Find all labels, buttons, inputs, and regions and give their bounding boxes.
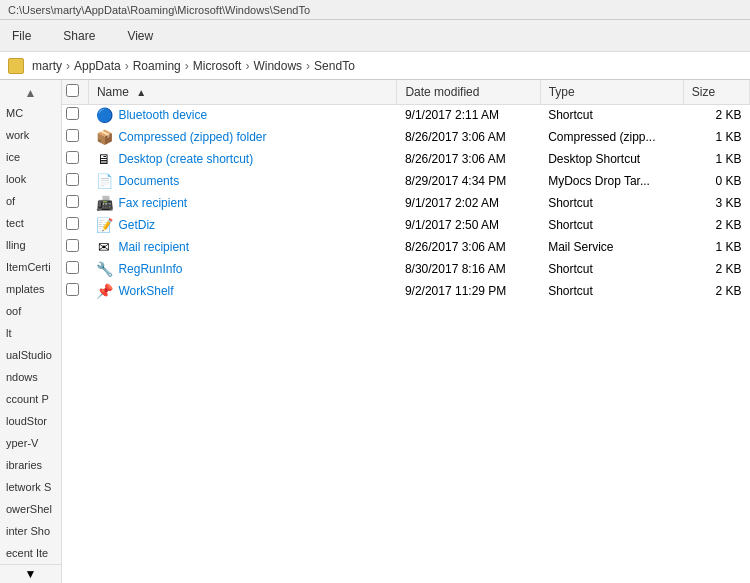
file-date: 9/1/2017 2:02 AM [397,192,540,214]
sidebar-item-work[interactable]: work [0,124,61,146]
file-date: 8/26/2017 3:06 AM [397,236,540,258]
row-checkbox-cell [62,258,88,280]
breadcrumb-sendto[interactable]: SendTo [314,59,355,73]
col-header-name[interactable]: Name ▲ [88,80,396,104]
table-row[interactable]: 📌 WorkShelf 9/2/2017 11:29 PMShortcut2 K… [62,280,750,302]
sidebar-item-look[interactable]: look [0,168,61,190]
col-header-date[interactable]: Date modified [397,80,540,104]
row-checkbox[interactable] [66,261,79,274]
file-link[interactable]: Desktop (create shortcut) [118,152,253,166]
table-row[interactable]: 📄 Documents 8/29/2017 4:34 PMMyDocs Drop… [62,170,750,192]
sidebar-scroll-up[interactable]: ▲ [0,84,61,102]
file-size: 1 KB [683,236,749,258]
file-link[interactable]: Fax recipient [118,196,187,210]
breadcrumb-microsoft[interactable]: Microsoft [193,59,242,73]
row-checkbox[interactable] [66,107,79,120]
col-header-type[interactable]: Type [540,80,683,104]
sort-arrow-name: ▲ [136,87,146,98]
file-name-cell: 📌 WorkShelf [88,280,396,302]
file-icon: 🖥 [96,151,112,167]
breadcrumb-marty[interactable]: marty [32,59,62,73]
toolbar: File Share View [0,20,750,52]
sidebar-item-owershel[interactable]: owerShel [0,498,61,520]
file-size: 2 KB [683,258,749,280]
file-size: 2 KB [683,104,749,126]
select-all-checkbox[interactable] [66,84,79,97]
file-name-cell: 📝 GetDiz [88,214,396,236]
row-checkbox[interactable] [66,239,79,252]
file-name-cell: 📦 Compressed (zipped) folder [88,126,396,148]
row-checkbox[interactable] [66,195,79,208]
file-link[interactable]: Compressed (zipped) folder [118,130,266,144]
address-bar: marty › AppData › Roaming › Microsoft › … [0,52,750,80]
sidebar-item-intersho[interactable]: inter Sho [0,520,61,542]
file-type: Compressed (zipp... [540,126,683,148]
sidebar-item-mplates[interactable]: mplates [0,278,61,300]
col-header-check[interactable] [62,80,88,104]
table-row[interactable]: 📦 Compressed (zipped) folder 8/26/2017 3… [62,126,750,148]
sidebar-item-oof[interactable]: oof [0,300,61,322]
table-row[interactable]: 📝 GetDiz 9/1/2017 2:50 AMShortcut2 KB [62,214,750,236]
toolbar-file[interactable]: File [4,25,39,47]
sidebar-scroll-down[interactable]: ▼ [0,564,61,583]
file-link[interactable]: RegRunInfo [118,262,182,276]
file-link[interactable]: WorkShelf [118,284,173,298]
file-link[interactable]: Mail recipient [118,240,189,254]
title-bar: C:\Users\marty\AppData\Roaming\Microsoft… [0,0,750,20]
file-icon: 🔧 [96,261,112,277]
row-checkbox[interactable] [66,283,79,296]
row-checkbox-cell [62,192,88,214]
row-checkbox[interactable] [66,217,79,230]
file-link[interactable]: Documents [118,174,179,188]
sidebar-item-ualstudio[interactable]: ualStudio [0,344,61,366]
sidebar-item-ndows[interactable]: ndows [0,366,61,388]
table-row[interactable]: 📠 Fax recipient 9/1/2017 2:02 AMShortcut… [62,192,750,214]
file-size: 1 KB [683,126,749,148]
file-size: 2 KB [683,214,749,236]
breadcrumb-appdata[interactable]: AppData [74,59,121,73]
file-name-cell: 🖥 Desktop (create shortcut) [88,148,396,170]
file-date: 9/1/2017 2:11 AM [397,104,540,126]
file-link[interactable]: Bluetooth device [118,108,207,122]
table-row[interactable]: ✉ Mail recipient 8/26/2017 3:06 AMMail S… [62,236,750,258]
sidebar-item-lling[interactable]: lling [0,234,61,256]
sidebar-item-ice[interactable]: ice [0,146,61,168]
row-checkbox-cell [62,148,88,170]
sidebar-item-of[interactable]: of [0,190,61,212]
table-row[interactable]: 🔧 RegRunInfo 8/30/2017 8:16 AMShortcut2 … [62,258,750,280]
file-size: 0 KB [683,170,749,192]
file-link[interactable]: GetDiz [118,218,155,232]
sidebar-item-ibraries[interactable]: ibraries [0,454,61,476]
row-checkbox[interactable] [66,173,79,186]
file-type: Desktop Shortcut [540,148,683,170]
sidebar-item-loudstor[interactable]: loudStor [0,410,61,432]
file-date: 9/1/2017 2:50 AM [397,214,540,236]
sidebar-item-mc[interactable]: MC [0,102,61,124]
file-icon: 📠 [96,195,112,211]
main-layout: ▲ MC work ice look of tect lling ItemCer… [0,80,750,583]
sidebar-item-recentite[interactable]: ecent Ite [0,542,61,564]
file-name-cell: 📠 Fax recipient [88,192,396,214]
row-checkbox[interactable] [66,129,79,142]
sidebar-item-yperv[interactable]: yper-V [0,432,61,454]
row-checkbox-cell [62,214,88,236]
file-icon: 📦 [96,129,112,145]
table-row[interactable]: 🔵 Bluetooth device 9/1/2017 2:11 AMShort… [62,104,750,126]
toolbar-view[interactable]: View [119,25,161,47]
sidebar-item-itemcerti[interactable]: ItemCerti [0,256,61,278]
row-checkbox[interactable] [66,151,79,164]
breadcrumb-roaming[interactable]: Roaming [133,59,181,73]
file-icon: 📄 [96,173,112,189]
breadcrumb: marty › AppData › Roaming › Microsoft › … [32,59,355,73]
breadcrumb-windows[interactable]: Windows [253,59,302,73]
file-size: 1 KB [683,148,749,170]
col-header-size[interactable]: Size [683,80,749,104]
sidebar-item-lt[interactable]: lt [0,322,61,344]
toolbar-share[interactable]: Share [55,25,103,47]
file-name-cell: 🔵 Bluetooth device [88,104,396,126]
file-icon: 📌 [96,283,112,299]
sidebar-item-ccount[interactable]: ccount P [0,388,61,410]
sidebar-item-letworks[interactable]: letwork S [0,476,61,498]
sidebar-item-tect[interactable]: tect [0,212,61,234]
table-row[interactable]: 🖥 Desktop (create shortcut) 8/26/2017 3:… [62,148,750,170]
